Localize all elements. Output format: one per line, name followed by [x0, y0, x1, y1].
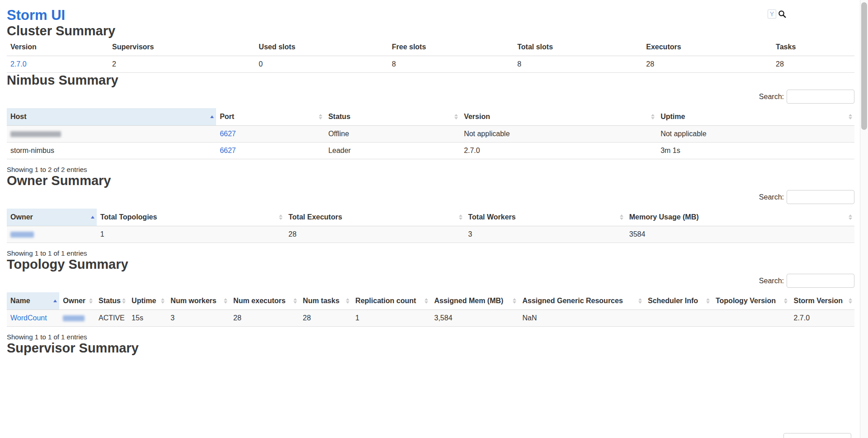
nimbus-host-value: storm-nimbus	[7, 143, 216, 159]
topology-summary-table: Name Owner Status Uptime Num workers	[7, 292, 854, 327]
col-replication-count-sortable[interactable]: Replication count	[352, 292, 430, 310]
col-replication-count-label: Replication count	[355, 297, 416, 305]
sort-both-icon	[638, 298, 642, 304]
scrollbar-thumb[interactable]	[861, 2, 867, 130]
topology-status-value: ACTIVE	[95, 310, 128, 327]
sort-both-icon	[459, 214, 462, 220]
col-supervisors: Supervisors	[108, 38, 255, 56]
cluster-version-link[interactable]: 2.7.0	[10, 60, 27, 68]
nimbus-port-link[interactable]: 6627	[220, 147, 236, 154]
col-host-sortable[interactable]: Host	[7, 108, 216, 126]
col-owner-sortable[interactable]: Owner	[7, 209, 97, 226]
sort-both-icon	[89, 298, 93, 304]
nimbus-port-link[interactable]: 6627	[220, 130, 236, 138]
col-status-sortable[interactable]: Status	[325, 108, 460, 126]
topology-search-input[interactable]	[787, 274, 854, 288]
col-topology-version-label: Topology Version	[716, 297, 776, 305]
col-assigned-generic-resources-label: Assigned Generic Resources	[522, 297, 623, 305]
sort-asc-icon	[91, 216, 94, 219]
col-name-label: Name	[10, 297, 30, 305]
topology-name-link[interactable]: WordCount	[10, 314, 47, 322]
col-scheduler-info-sortable[interactable]: Scheduler Info	[644, 292, 712, 310]
owner-total-executors-value: 28	[285, 226, 465, 243]
nimbus-version-value: 2.7.0	[460, 143, 657, 159]
col-used-slots: Used slots	[255, 38, 388, 56]
owner-search-input[interactable]	[787, 190, 854, 204]
sort-both-icon	[784, 298, 788, 304]
col-memory-usage-sortable[interactable]: Memory Usage (MB)	[626, 209, 854, 226]
sort-both-icon	[849, 298, 852, 304]
col-assigned-mem-label: Assigned Mem (MB)	[434, 297, 503, 305]
col-uptime-sortable[interactable]: Uptime	[657, 108, 854, 126]
nimbus-status-value: Leader	[325, 143, 460, 159]
topology-summary-heading: Topology Summary	[7, 257, 854, 272]
col-storm-version-sortable[interactable]: Storm Version	[790, 292, 854, 310]
sort-both-icon	[651, 114, 655, 119]
sort-both-icon	[620, 214, 623, 220]
sort-both-icon	[425, 298, 428, 304]
sort-both-icon	[513, 298, 516, 304]
col-topo-status-label: Status	[99, 297, 121, 305]
search-icon[interactable]	[778, 10, 787, 19]
sort-both-icon	[319, 114, 322, 119]
sort-asc-icon	[210, 115, 214, 118]
topology-header-row: Name Owner Status Uptime Num workers	[7, 292, 854, 310]
nimbus-version-value: Not applicable	[460, 126, 657, 143]
col-topo-owner-sortable[interactable]: Owner	[59, 292, 95, 310]
cluster-data-row: 2.7.0 2 0 8 8 28 28	[7, 56, 854, 73]
col-num-workers-sortable[interactable]: Num workers	[167, 292, 230, 310]
owner-search-label: Search:	[759, 193, 784, 201]
supervisor-search-input[interactable]	[783, 433, 851, 438]
owner-header-row: Owner Total Topologies Total Executors T…	[7, 209, 854, 226]
col-total-topologies-sortable[interactable]: Total Topologies	[97, 209, 285, 226]
topology-filter-input[interactable]	[768, 10, 776, 19]
col-topo-uptime-sortable[interactable]: Uptime	[128, 292, 167, 310]
nimbus-search-label: Search:	[759, 93, 784, 101]
col-memory-usage-label: Memory Usage (MB)	[629, 213, 699, 221]
nimbus-summary-heading: Nimbus Summary	[7, 73, 854, 88]
storm-ui-page: Storm UI Cluster Summary Version Supervi…	[7, 7, 854, 356]
col-port-sortable[interactable]: Port	[216, 108, 325, 126]
scrollbar-track[interactable]	[860, 0, 868, 438]
col-total-workers-sortable[interactable]: Total Workers	[465, 209, 626, 226]
topology-version-value	[712, 310, 790, 327]
redacted-owner-blur[interactable]	[10, 232, 34, 238]
nimbus-summary-table: Host Port Status Version Uptime	[7, 108, 854, 159]
col-topo-status-sortable[interactable]: Status	[95, 292, 128, 310]
owner-total-workers-value: 3	[465, 226, 626, 243]
col-topology-version-sortable[interactable]: Topology Version	[712, 292, 790, 310]
owner-memory-usage-value: 3584	[626, 226, 854, 243]
nimbus-search-input[interactable]	[787, 90, 854, 104]
col-version-sortable[interactable]: Version	[460, 108, 657, 126]
nimbus-header-row: Host Port Status Version Uptime	[7, 108, 854, 126]
col-status-label: Status	[328, 113, 350, 120]
cluster-used-slots-value: 0	[255, 56, 388, 73]
sort-both-icon	[279, 214, 283, 220]
topology-num-tasks-value: 28	[299, 310, 352, 327]
app-title[interactable]: Storm UI	[7, 7, 854, 24]
col-tasks: Tasks	[772, 38, 854, 56]
col-num-executors-sortable[interactable]: Num executors	[230, 292, 299, 310]
col-total-executors-sortable[interactable]: Total Executors	[285, 209, 465, 226]
cluster-supervisors-value: 2	[108, 56, 255, 73]
sort-asc-icon	[53, 300, 57, 302]
topology-data-row: WordCount ACTIVE 15s 3 28 28 1 3,584 NaN…	[7, 310, 854, 327]
topology-num-executors-value: 28	[230, 310, 299, 327]
col-assigned-mem-sortable[interactable]: Assigned Mem (MB)	[430, 292, 519, 310]
nimbus-row-leader: storm-nimbus 6627 Leader 2.7.0 3m 1s	[7, 143, 854, 159]
topbar	[768, 10, 787, 19]
topology-storm-version-value: 2.7.0	[790, 310, 854, 327]
col-host-label: Host	[10, 113, 27, 120]
sort-both-icon	[224, 298, 227, 304]
col-scheduler-info-label: Scheduler Info	[648, 297, 698, 305]
col-total-executors-label: Total Executors	[288, 213, 342, 221]
col-port-label: Port	[220, 113, 234, 120]
col-assigned-generic-resources-sortable[interactable]: Assigned Generic Resources	[519, 292, 644, 310]
col-name-sortable[interactable]: Name	[7, 292, 59, 310]
cluster-tasks-value: 28	[772, 56, 854, 73]
owner-summary-table: Owner Total Topologies Total Executors T…	[7, 209, 854, 243]
col-version: Version	[7, 38, 108, 56]
col-free-slots: Free slots	[388, 38, 514, 56]
col-uptime-label: Uptime	[660, 113, 685, 120]
col-num-tasks-sortable[interactable]: Num tasks	[299, 292, 352, 310]
